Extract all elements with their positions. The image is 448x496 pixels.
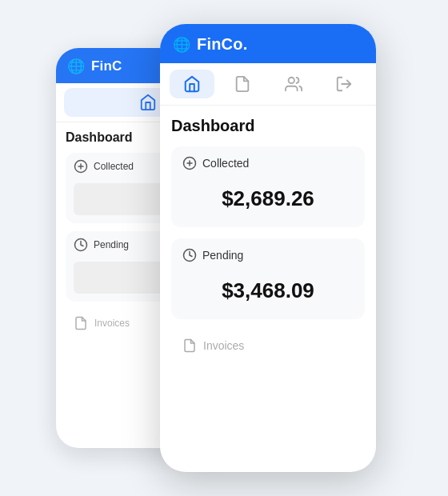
dashboard-title: Dashboard <box>171 117 365 135</box>
back-app-name: FinC <box>91 58 122 74</box>
tab-users[interactable] <box>271 70 316 98</box>
tab-home[interactable] <box>170 70 214 98</box>
front-phone-content: Dashboard Collected $2,689.26 Pending $3… <box>160 106 376 372</box>
front-phone-header: 🌐 FinCo. <box>160 24 376 63</box>
svg-point-4 <box>288 78 294 83</box>
tab-logout[interactable] <box>322 70 367 98</box>
front-app-name: FinCo. <box>197 35 247 54</box>
phone-front: 🌐 FinCo. Dashboard <box>160 24 376 472</box>
front-logo-icon: 🌐 <box>173 36 190 54</box>
invoices-label: Invoices <box>203 339 244 352</box>
pending-card: Pending $3,468.09 <box>171 238 365 319</box>
collected-label: Collected <box>182 156 354 170</box>
pending-value: $3,468.09 <box>182 272 354 306</box>
back-logo-icon: 🌐 <box>67 58 85 75</box>
collected-card: Collected $2,689.26 <box>171 146 365 227</box>
invoices-section[interactable]: Invoices <box>171 330 365 361</box>
tab-documents[interactable] <box>221 70 266 98</box>
collected-value: $2,689.26 <box>182 180 354 214</box>
front-nav-tabs <box>160 63 376 106</box>
pending-label: Pending <box>182 248 354 262</box>
